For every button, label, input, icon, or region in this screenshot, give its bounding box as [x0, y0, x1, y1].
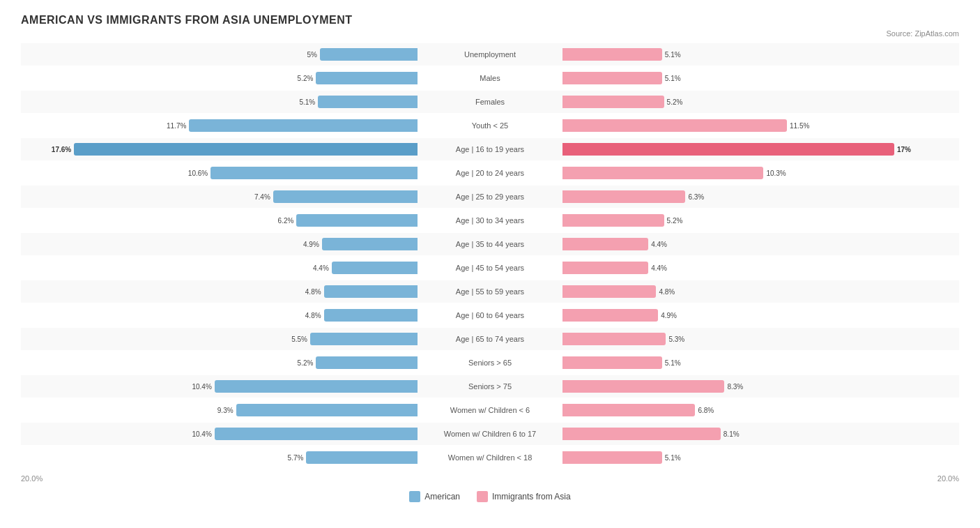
- bar-left: 4.8%: [324, 285, 418, 298]
- value-right: 10.3%: [766, 169, 786, 177]
- value-right: 5.1%: [665, 51, 681, 59]
- bar-right-container: 8.3%: [560, 375, 959, 398]
- chart-container: AMERICAN VS IMMIGRANTS FROM ASIA UNEMPLO…: [0, 0, 980, 516]
- bar-left: 17.6%: [74, 143, 418, 156]
- chart-row: 11.7% Youth < 25 11.5%: [21, 114, 959, 137]
- value-right: 5.2%: [667, 98, 683, 106]
- bar-right: 17%: [562, 143, 894, 156]
- bar-right: 5.1%: [562, 48, 662, 61]
- value-left: 6.2%: [278, 217, 294, 225]
- bar-left: 9.3%: [236, 404, 418, 416]
- bar-left-container: 5.7%: [21, 446, 420, 469]
- row-label: Women w/ Children < 6: [420, 406, 560, 414]
- bar-left: 10.4%: [215, 380, 418, 393]
- bar-right: 8.3%: [562, 380, 724, 393]
- value-right: 5.2%: [667, 217, 683, 225]
- bar-right-container: 5.1%: [560, 67, 959, 89]
- bar-right-container: 4.8%: [560, 280, 959, 303]
- row-label: Age | 45 to 54 years: [420, 264, 560, 272]
- chart-row: 7.4% Age | 25 to 29 years 6.3%: [21, 186, 959, 208]
- bar-left-container: 5.2%: [21, 67, 420, 89]
- value-left: 4.8%: [305, 288, 321, 296]
- value-right: 4.9%: [661, 312, 677, 319]
- value-right: 6.8%: [698, 407, 714, 414]
- row-label: Women w/ Children 6 to 17: [420, 430, 560, 438]
- chart-row: 9.3% Women w/ Children < 6 6.8%: [21, 399, 959, 421]
- value-left: 10.6%: [188, 169, 208, 177]
- bar-right-container: 5.1%: [560, 43, 959, 66]
- row-label: Seniors > 65: [420, 359, 560, 367]
- bar-left-container: 5.1%: [21, 91, 420, 113]
- bar-right-container: 4.4%: [560, 257, 959, 279]
- chart-row: 5.2% Males 5.1%: [21, 67, 959, 89]
- chart-row: 5.2% Seniors > 65 5.1%: [21, 352, 959, 374]
- bar-right: 11.5%: [562, 119, 787, 132]
- bar-left-container: 11.7%: [21, 114, 420, 137]
- chart-row: 5.1% Females 5.2%: [21, 91, 959, 113]
- bar-right-container: 8.1%: [560, 423, 959, 445]
- bar-left-container: 4.8%: [21, 280, 420, 303]
- chart-area: 5% Unemployment 5.1% 5.2% Males 5.1% 5.1…: [21, 43, 959, 469]
- bar-right-container: 5.2%: [560, 209, 959, 232]
- axis-left-label: 20.0%: [21, 474, 420, 483]
- legend-american-label: American: [424, 492, 460, 501]
- bar-right-container: 17%: [560, 138, 959, 160]
- chart-row: 4.4% Age | 45 to 54 years 4.4%: [21, 257, 959, 279]
- bar-right: 5.2%: [562, 214, 664, 227]
- value-left: 4.4%: [313, 264, 329, 272]
- bar-left-container: 5.5%: [21, 328, 420, 350]
- value-right: 8.3%: [727, 383, 743, 391]
- bar-left: 4.9%: [322, 238, 418, 250]
- row-label: Seniors > 75: [420, 382, 560, 391]
- value-left: 11.7%: [167, 122, 186, 130]
- bar-right-container: 10.3%: [560, 162, 959, 184]
- row-label: Age | 25 to 29 years: [420, 193, 560, 201]
- bar-left-container: 10.4%: [21, 423, 420, 445]
- bar-right: 5.2%: [562, 96, 664, 108]
- row-label: Women w/ Children < 18: [420, 453, 560, 462]
- bar-left-container: 5.2%: [21, 352, 420, 374]
- value-left: 10.4%: [192, 430, 211, 438]
- bar-right: 5.1%: [562, 451, 662, 464]
- bar-right: 4.4%: [562, 262, 648, 274]
- bar-left-container: 10.4%: [21, 375, 420, 398]
- bar-left-container: 4.4%: [21, 257, 420, 279]
- bar-left-container: 4.8%: [21, 304, 420, 326]
- bar-left: 5.2%: [316, 356, 418, 369]
- chart-row: 17.6% Age | 16 to 19 years 17%: [21, 138, 959, 160]
- chart-row: 5% Unemployment 5.1%: [21, 43, 959, 66]
- bar-right-container: 5.2%: [560, 91, 959, 113]
- chart-row: 6.2% Age | 30 to 34 years 5.2%: [21, 209, 959, 232]
- value-left: 9.3%: [217, 407, 233, 414]
- legend-immigrants-label: Immigrants from Asia: [492, 492, 571, 501]
- bar-right: 5.1%: [562, 72, 662, 84]
- value-right: 5.1%: [665, 454, 681, 462]
- bar-right: 5.3%: [562, 333, 666, 345]
- legend-american-icon: [409, 491, 420, 502]
- bar-left: 5.1%: [318, 96, 418, 108]
- bar-right-container: 6.3%: [560, 186, 959, 208]
- row-label: Unemployment: [420, 50, 560, 59]
- row-label: Age | 65 to 74 years: [420, 335, 560, 343]
- bar-left-container: 6.2%: [21, 209, 420, 232]
- legend-immigrants: Immigrants from Asia: [477, 491, 571, 502]
- bar-left: 5.7%: [306, 451, 418, 464]
- value-left: 5%: [307, 51, 317, 59]
- value-left: 4.9%: [303, 241, 319, 248]
- bar-right-container: 5.1%: [560, 446, 959, 469]
- bar-left-container: 4.9%: [21, 233, 420, 255]
- value-right: 11.5%: [790, 122, 809, 130]
- bar-left: 11.7%: [189, 119, 418, 132]
- value-left: 5.2%: [298, 75, 314, 82]
- bar-right-container: 4.9%: [560, 304, 959, 326]
- bar-left-container: 9.3%: [21, 399, 420, 421]
- row-label: Age | 35 to 44 years: [420, 240, 560, 248]
- axis-row: 20.0% 20.0%: [21, 472, 959, 485]
- bar-left-container: 17.6%: [21, 138, 420, 160]
- bar-left: 6.2%: [296, 214, 418, 227]
- value-left: 10.4%: [192, 383, 211, 391]
- value-right: 4.4%: [651, 264, 667, 272]
- bar-left: 5%: [320, 48, 418, 61]
- value-left: 5.5%: [291, 335, 307, 343]
- value-left: 7.4%: [254, 193, 270, 201]
